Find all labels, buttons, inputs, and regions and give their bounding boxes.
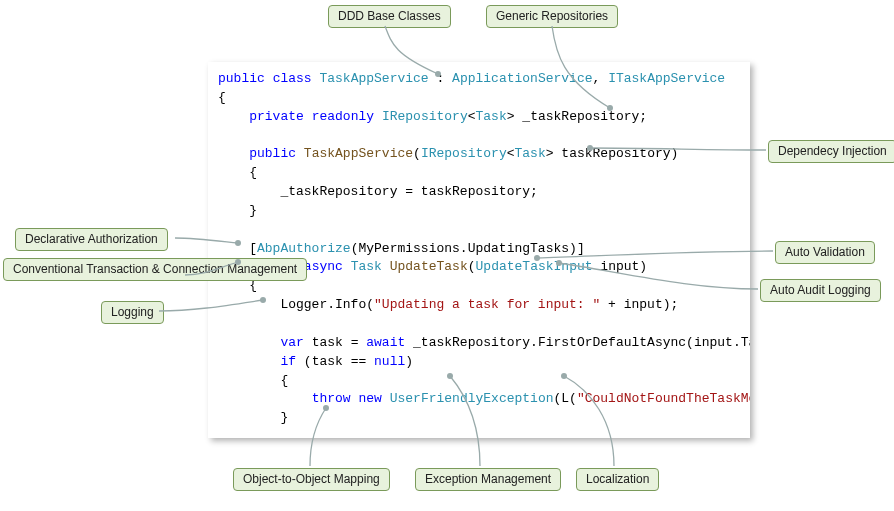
txt: (task == <box>296 354 374 369</box>
typ-irepo2: IRepository <box>421 146 507 161</box>
kw-if: if <box>280 354 296 369</box>
txt: (MyPermissions.UpdatingTasks)] <box>351 241 585 256</box>
mth-update: UpdateTask <box>390 259 468 274</box>
txt: > _taskRepository; <box>507 109 647 124</box>
label-auto-audit-logging: Auto Audit Logging <box>760 279 881 302</box>
label-generic-repos: Generic Repositories <box>486 5 618 28</box>
kw-var: var <box>280 335 303 350</box>
kw-public: public <box>218 71 265 86</box>
label-conventional-tx: Conventional Transaction & Connection Ma… <box>3 258 307 281</box>
str2: "CouldNotFoundTheTaskMessage" <box>577 391 750 406</box>
txt: (L( <box>554 391 577 406</box>
typ-iface: ITaskAppService <box>608 71 725 86</box>
str1: "Updating a task for input: " <box>374 297 600 312</box>
kw-throw: throw <box>312 391 351 406</box>
txt: [ <box>218 241 257 256</box>
brace: } <box>218 203 257 218</box>
label-o2o-mapping: Object-to-Object Mapping <box>233 468 390 491</box>
txt: task = <box>304 335 366 350</box>
txt: _taskRepository = taskRepository; <box>218 184 538 199</box>
ctor: TaskAppService <box>304 146 413 161</box>
txt: + input); <box>600 297 678 312</box>
txt: ) <box>405 354 413 369</box>
attr: AbpAuthorize <box>257 241 351 256</box>
code-panel: public class TaskAppService : Applicatio… <box>208 62 750 438</box>
kw-class: class <box>273 71 312 86</box>
kw-private: private <box>249 109 304 124</box>
typ-task: Task <box>476 109 507 124</box>
brace: } <box>218 410 288 425</box>
brace: { <box>218 373 288 388</box>
kw-readonly: readonly <box>312 109 374 124</box>
kw-async: async <box>304 259 343 274</box>
label-exception-mgmt: Exception Management <box>415 468 561 491</box>
diagram-canvas: public class TaskAppService : Applicatio… <box>0 0 894 511</box>
kw-await: await <box>366 335 405 350</box>
txt: input) <box>593 259 648 274</box>
typ-base: ApplicationService <box>452 71 592 86</box>
typ-class: TaskAppService <box>319 71 428 86</box>
label-localization: Localization <box>576 468 659 491</box>
label-auto-validation: Auto Validation <box>775 241 875 264</box>
typ-ufe: UserFriendlyException <box>390 391 554 406</box>
label-ddd-base-classes: DDD Base Classes <box>328 5 451 28</box>
txt: Logger.Info( <box>218 297 374 312</box>
brace: { <box>218 165 257 180</box>
typ-input: UpdateTaskInput <box>476 259 593 274</box>
txt: > taskRepository) <box>546 146 679 161</box>
label-logging: Logging <box>101 301 164 324</box>
kw-null: null <box>374 354 405 369</box>
brace: { <box>218 90 226 105</box>
kw-new: new <box>358 391 381 406</box>
label-dependency-injection: Dependecy Injection <box>768 140 894 163</box>
typ-taskret: Task <box>351 259 382 274</box>
txt: , <box>593 71 609 86</box>
kw-public2: public <box>249 146 296 161</box>
typ-task2: Task <box>515 146 546 161</box>
txt: : <box>429 71 452 86</box>
typ-irepo: IRepository <box>382 109 468 124</box>
txt: _taskRepository.FirstOrDefaultAsync(inpu… <box>405 335 750 350</box>
label-declarative-auth: Declarative Authorization <box>15 228 168 251</box>
